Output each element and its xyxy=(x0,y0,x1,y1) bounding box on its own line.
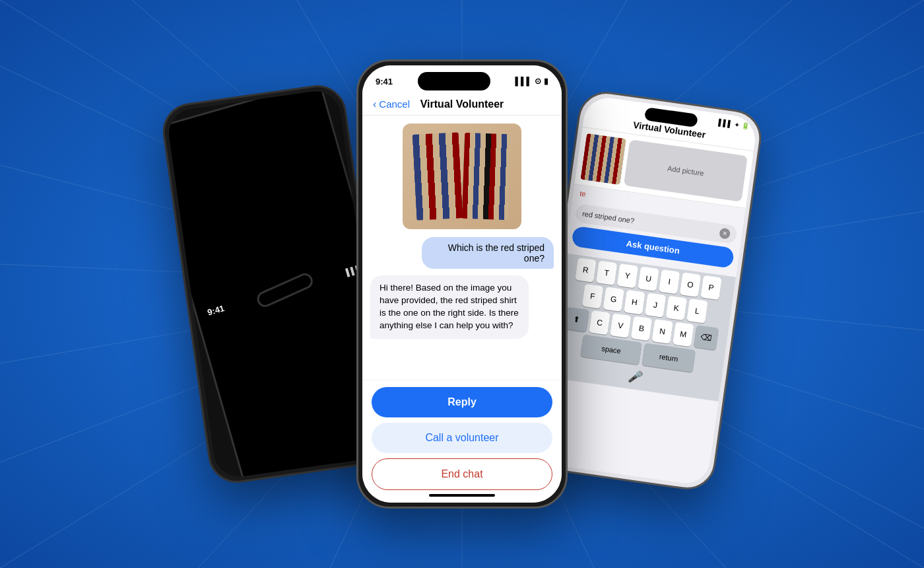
key-Y[interactable]: Y xyxy=(617,264,638,289)
user-message-bubble: Which is the red striped one? xyxy=(422,237,554,269)
call-volunteer-button[interactable]: Call a volunteer xyxy=(372,423,552,453)
key-O[interactable]: O xyxy=(680,272,701,297)
end-chat-button[interactable]: End chat xyxy=(372,458,552,490)
key-K[interactable]: K xyxy=(666,296,687,321)
add-picture-label: Add picture xyxy=(667,164,704,178)
key-delete[interactable]: ⌫ xyxy=(694,325,719,350)
user-message-text: Which is the red striped one? xyxy=(448,242,544,264)
key-J[interactable]: J xyxy=(645,293,666,318)
wifi-icon: ⊙ xyxy=(535,77,541,86)
keyboard: R T Y U I O P F G H J K L ⬆ xyxy=(547,253,736,402)
key-H[interactable]: H xyxy=(624,290,645,315)
key-U[interactable]: U xyxy=(638,266,659,291)
shirt-stripe-blue xyxy=(412,132,463,220)
chat-area: Which is the red striped one? Hi there! … xyxy=(362,116,562,380)
phone-center: 9:41 ▌▌▌ ⊙ ▮ ‹ Cancel Virtual Volunteer xyxy=(356,59,568,509)
left-time: 9:41 xyxy=(206,303,225,318)
add-picture-box[interactable]: Add picture xyxy=(624,139,748,201)
key-return[interactable]: return xyxy=(642,343,696,373)
back-label: Cancel xyxy=(379,98,410,110)
key-R[interactable]: R xyxy=(575,258,596,283)
shirt-thumb-inner xyxy=(403,124,521,229)
center-nav: ‹ Cancel Virtual Volunteer xyxy=(362,93,562,116)
center-time: 9:41 xyxy=(376,77,393,87)
home-indicator xyxy=(429,494,495,497)
key-B[interactable]: B xyxy=(631,316,652,341)
center-title: Virtual Volunteer xyxy=(420,98,504,110)
shirt-stripe-red xyxy=(462,133,511,220)
phones-wrapper: 9:41 ▌▌▌ Cancel xyxy=(165,26,759,542)
right-clear-button[interactable]: ✕ xyxy=(719,228,731,240)
phone-left-screen: 9:41 ▌▌▌ Cancel xyxy=(166,89,389,480)
phone-right-screen: ▌▌▌ ✦ 🔋 Virtual Volunteer Add picture te… xyxy=(535,95,758,487)
right-shirt-thumbnail xyxy=(580,133,626,185)
back-chevron-icon: ‹ xyxy=(373,99,376,110)
back-button[interactable]: ‹ Cancel xyxy=(373,98,410,110)
key-shift[interactable]: ⬆ xyxy=(564,306,589,332)
right-input-text: red striped one? xyxy=(581,209,634,225)
microphone-icon[interactable]: 🎤 xyxy=(627,369,642,384)
key-M[interactable]: M xyxy=(673,322,694,347)
key-F[interactable]: F xyxy=(582,284,603,309)
right-hint-text: te xyxy=(579,190,587,198)
center-status-bar: 9:41 ▌▌▌ ⊙ ▮ xyxy=(362,65,562,93)
signal-icon: ▌▌▌ xyxy=(515,77,532,86)
battery-icon: ▮ xyxy=(544,77,548,86)
bot-message-bubble: Hi there! Based on the image you have pr… xyxy=(370,275,529,339)
action-buttons-area: Reply Call a volunteer End chat xyxy=(362,380,562,503)
key-G[interactable]: G xyxy=(603,287,624,312)
key-V[interactable]: V xyxy=(610,313,631,338)
bot-message-text: Hi there! Based on the image you have pr… xyxy=(380,283,519,330)
key-N[interactable]: N xyxy=(651,319,673,344)
center-dynamic-island xyxy=(418,72,490,90)
shirt-image-center xyxy=(403,124,521,229)
key-T[interactable]: T xyxy=(596,260,617,285)
key-P[interactable]: P xyxy=(700,275,721,301)
left-dynamic-island xyxy=(255,271,315,310)
key-C[interactable]: C xyxy=(589,310,610,336)
reply-button[interactable]: Reply xyxy=(372,387,552,417)
key-I[interactable]: I xyxy=(659,269,680,295)
phone-center-screen: 9:41 ▌▌▌ ⊙ ▮ ‹ Cancel Virtual Volunteer xyxy=(362,65,562,503)
key-L[interactable]: L xyxy=(686,299,708,324)
center-status-icons: ▌▌▌ ⊙ ▮ xyxy=(515,77,548,86)
